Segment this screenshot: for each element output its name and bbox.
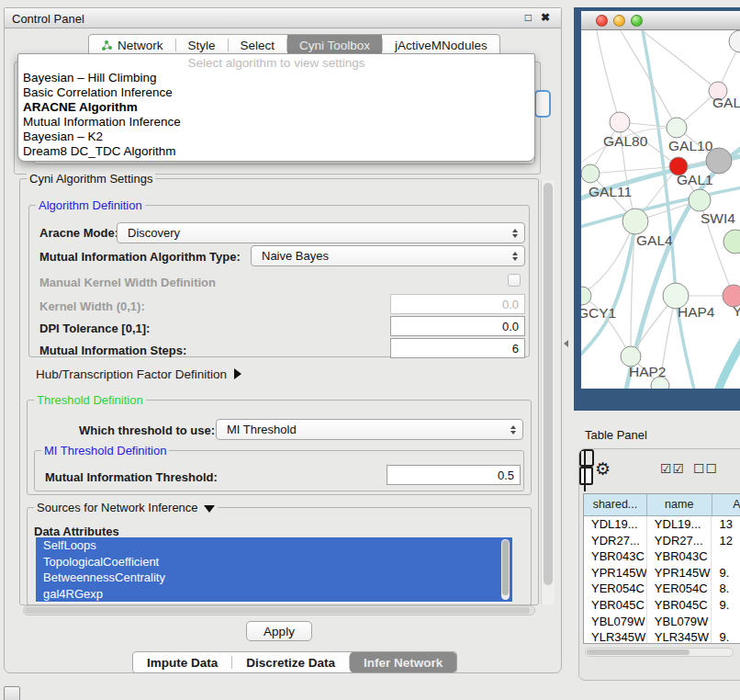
mi-algorithm-type-combo[interactable]: Naive Bayes xyxy=(251,245,525,266)
close-window-icon[interactable]: ✖ xyxy=(541,11,550,24)
algorithm-option[interactable]: Basic Correlation Inference xyxy=(18,85,534,100)
columns-icon[interactable] xyxy=(579,449,594,467)
network-node-partial-top[interactable] xyxy=(729,30,740,52)
column-header-1[interactable]: name xyxy=(647,494,712,515)
settings-vertical-scrollbar[interactable] xyxy=(541,180,555,604)
algorithm-option[interactable]: Mutual Information Inference xyxy=(18,115,534,130)
panel-collapse-arrow[interactable] xyxy=(564,340,568,347)
algorithm-option[interactable]: Bayesian – K2 xyxy=(18,130,534,144)
table-panel-title: Table Panel xyxy=(585,428,647,442)
tab-network[interactable]: Network xyxy=(89,35,175,55)
dpi-tolerance-field[interactable]: 0.0 xyxy=(390,316,525,336)
network-node-GAL4[interactable] xyxy=(622,209,648,234)
table-cell[interactable]: 9. xyxy=(712,565,740,581)
network-node-GAL10[interactable] xyxy=(667,118,687,138)
network-canvas[interactable]: GALGAL80GAL10GAL1GAL11SWI4GAL4GCY1HAP4YH… xyxy=(581,30,740,389)
tab-infer-network[interactable]: Infer Network xyxy=(350,652,456,672)
table-cell[interactable]: YLR345W xyxy=(584,629,647,644)
table-cell[interactable]: YPR145W xyxy=(647,565,712,581)
network-node-gray[interactable] xyxy=(706,148,732,174)
mac-zoom-icon[interactable] xyxy=(631,15,643,27)
apply-button[interactable]: Apply xyxy=(246,621,312,641)
table-cell[interactable]: YER054C xyxy=(647,581,712,597)
table-cell[interactable]: YER054C xyxy=(584,581,647,597)
table-panel: ⚙☑☑☐☐ shared...nameA YDL19...YDL19...13Y… xyxy=(578,448,740,681)
column-header-2[interactable]: A xyxy=(712,494,740,515)
attributes-scrollbar[interactable] xyxy=(501,539,510,600)
aracne-mode-label: Aracne Mode: xyxy=(39,226,118,240)
mac-minimize-icon[interactable] xyxy=(613,15,625,27)
attribute-list-item[interactable]: SelfLoops xyxy=(36,537,512,554)
table-cell[interactable] xyxy=(712,614,740,630)
attribute-list-item[interactable]: gal4RGexp xyxy=(36,586,512,603)
gear-icon[interactable]: ⚙ xyxy=(595,458,611,480)
mi-threshold-field[interactable]: 0.5 xyxy=(387,465,521,485)
table-horizontal-scrollbar[interactable] xyxy=(585,648,734,657)
table-row[interactable]: YLR345WYLR345W9. xyxy=(584,629,740,644)
tab-style[interactable]: Style xyxy=(176,35,228,55)
sources-group-title[interactable]: Sources for Network Inference xyxy=(34,501,218,514)
table-cell[interactable] xyxy=(712,548,740,565)
table-row[interactable]: YBR045CYBR045C9. xyxy=(584,597,740,614)
table-row[interactable]: YDL19...YDL19...13 xyxy=(584,516,740,533)
table-cell[interactable]: YDR27... xyxy=(584,533,647,549)
table-cell[interactable]: YBL079W xyxy=(584,614,647,630)
table-cell[interactable]: YBR045C xyxy=(584,597,647,614)
mi-steps-field[interactable]: 6 xyxy=(390,338,525,358)
table-cell[interactable]: YBR043C xyxy=(584,548,647,565)
table-row[interactable]: YPR145WYPR145W9. xyxy=(584,565,740,581)
table-cell[interactable]: YBR043C xyxy=(647,548,712,565)
attribute-list-item[interactable]: TopologicalCoefficient xyxy=(36,554,512,570)
mac-close-icon[interactable] xyxy=(596,15,608,27)
which-threshold-combo[interactable]: MI Threshold xyxy=(216,419,523,440)
float-window-icon[interactable]: □ xyxy=(525,11,532,24)
table-cell[interactable]: 12 xyxy=(712,533,740,549)
focused-combo-button[interactable] xyxy=(534,90,551,118)
aracne-mode-combo[interactable]: Discovery xyxy=(117,222,525,243)
table-cell[interactable]: YDL19... xyxy=(647,516,712,533)
attribute-list-item[interactable]: BetweennessCentrality xyxy=(36,570,512,586)
control-panel-titlebar[interactable]: Control Panel □ ✖ xyxy=(5,8,561,28)
table-cell[interactable]: 8. xyxy=(712,581,740,597)
network-node-green-mid[interactable] xyxy=(689,189,711,211)
table-cell[interactable]: YBL079W xyxy=(647,614,712,630)
tab-label: Cyni Toolbox xyxy=(299,39,370,52)
table-row[interactable]: YDR27...YDR27...12 xyxy=(584,533,740,549)
clear-selection-icon[interactable]: ☐☐ xyxy=(693,461,718,476)
tab-discretize-data[interactable]: Discretize Data xyxy=(232,652,349,672)
network-node-GCY1[interactable] xyxy=(581,287,591,305)
table-cell[interactable]: 9. xyxy=(712,629,740,644)
network-window-titlebar[interactable] xyxy=(581,11,740,30)
network-node-SWI4[interactable] xyxy=(723,230,740,254)
tab-cyni-toolbox[interactable]: Cyni Toolbox xyxy=(287,35,382,55)
network-node-label: SWI4 xyxy=(701,210,735,226)
data-attributes-list[interactable]: SelfLoopsTopologicalCoefficientBetweenne… xyxy=(36,537,512,603)
hub-definition-toggle[interactable]: Hub/Transcription Factor Definition xyxy=(36,367,241,381)
network-node-GAL80[interactable] xyxy=(610,112,630,132)
manual-kernel-width-checkbox[interactable] xyxy=(508,274,521,287)
mi-threshold-group-title: MI Threshold Definition xyxy=(41,444,169,457)
table-cell[interactable]: YLR345W xyxy=(647,629,712,644)
tab-impute-data[interactable]: Impute Data xyxy=(133,652,231,672)
network-node-GAL11[interactable] xyxy=(581,164,600,183)
algorithm-option[interactable]: ARACNE Algorithm xyxy=(18,100,534,115)
algorithm-option[interactable]: Bayesian – Hill Climbing xyxy=(18,71,534,85)
table-file-icon[interactable] xyxy=(579,467,593,485)
minimized-panel-icon[interactable] xyxy=(4,686,20,700)
table-cell[interactable]: YBR045C xyxy=(647,597,712,614)
algorithm-option[interactable]: Dream8 DC_TDC Algorithm xyxy=(18,144,534,159)
select-all-icon[interactable]: ☑☑ xyxy=(660,461,685,476)
table-row[interactable]: YBL079WYBL079W xyxy=(584,614,740,630)
tab-jactivemnodules[interactable]: jActiveMNodules xyxy=(383,35,499,55)
table-cell[interactable]: YDL19... xyxy=(584,516,647,533)
column-header-0[interactable]: shared... xyxy=(584,494,647,515)
table-cell[interactable]: YPR145W xyxy=(584,565,647,581)
table-row[interactable]: YBR043CYBR043C xyxy=(584,548,740,565)
table-cell[interactable]: 9. xyxy=(712,597,740,614)
table-row[interactable]: YER054CYER054C8. xyxy=(584,581,740,597)
table-cell[interactable]: YDR27... xyxy=(647,533,712,549)
table-cell[interactable]: 13 xyxy=(712,516,740,533)
tab-select[interactable]: Select xyxy=(229,35,287,55)
network-edge xyxy=(596,30,620,122)
settings-horizontal-scrollbar[interactable] xyxy=(23,605,535,615)
